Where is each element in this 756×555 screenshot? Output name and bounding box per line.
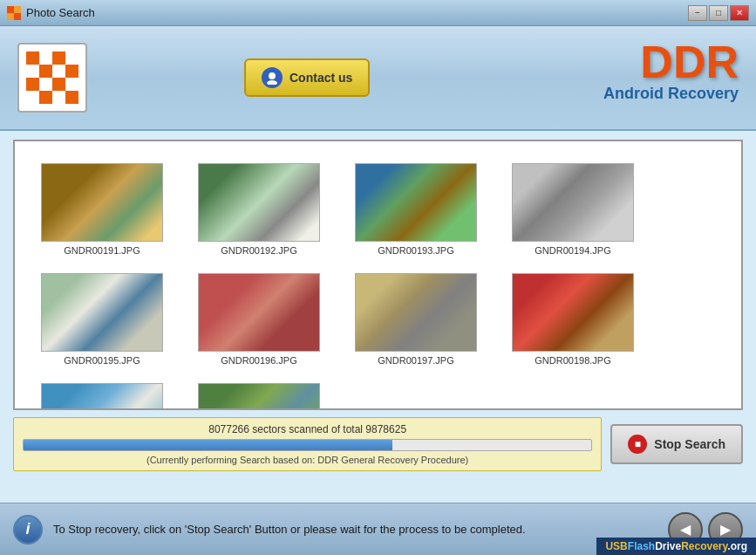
- contact-icon: [262, 67, 283, 88]
- maximize-button[interactable]: □: [709, 5, 728, 21]
- chess-cell: [39, 65, 52, 78]
- photo-label: GNDR00197.JPG: [351, 355, 481, 366]
- svg-point-4: [269, 72, 276, 79]
- photo-thumbnail: [198, 273, 320, 352]
- window-controls: − □ ✕: [688, 5, 749, 21]
- photo-label: GNDR00192.JPG: [194, 245, 324, 256]
- window-title: Photo Search: [26, 6, 95, 19]
- chess-cell: [26, 51, 39, 65]
- chess-cell: [26, 78, 39, 91]
- photo-label: GNDR00196.JPG: [194, 355, 324, 366]
- chess-cell: [52, 51, 65, 65]
- photo-thumbnail: [512, 163, 634, 242]
- photo-label: GNDR00191.JPG: [37, 245, 167, 256]
- close-button[interactable]: ✕: [730, 5, 749, 21]
- progress-box: 8077266 sectors scanned of total 9878625…: [13, 417, 602, 471]
- header: Contact us DDR Android Recovery: [0, 26, 756, 131]
- bottom-message: To Stop recovery, click on 'Stop Search'…: [53, 523, 668, 536]
- photo-item[interactable]: GNDR00200.JPG: [194, 383, 324, 410]
- photo-item[interactable]: GNDR00191.JPG: [37, 163, 167, 256]
- photo-thumbnail: [41, 383, 163, 410]
- stop-search-button[interactable]: ■ Stop Search: [610, 424, 743, 464]
- main-content: GNDR00191.JPGGNDR00192.JPGGNDR00193.JPGG…: [0, 131, 756, 503]
- app-icon: [7, 6, 21, 20]
- ddr-brand: DDR Android Recovery: [603, 39, 739, 103]
- sectors-text: 8077266 sectors scanned of total 9878625: [23, 423, 592, 435]
- gallery-container[interactable]: GNDR00191.JPGGNDR00192.JPGGNDR00193.JPGG…: [13, 140, 743, 410]
- photo-thumbnail: [41, 273, 163, 352]
- svg-rect-3: [14, 13, 21, 20]
- progress-bar-fill: [24, 440, 392, 450]
- progress-area: 8077266 sectors scanned of total 9878625…: [13, 417, 743, 471]
- chess-cell: [65, 78, 78, 91]
- photo-label: GNDR00193.JPG: [351, 245, 481, 256]
- chess-cell: [52, 78, 65, 91]
- flash-text: Flash: [628, 540, 655, 552]
- titlebar-left: Photo Search: [7, 6, 95, 20]
- chess-cell: [39, 78, 52, 91]
- chess-cell: [52, 65, 65, 78]
- contact-label: Contact us: [289, 71, 352, 85]
- logo-chess-pattern: [26, 51, 78, 104]
- logo-box: [17, 43, 87, 113]
- photo-thumbnail: [355, 163, 477, 242]
- usb-brand: USBFlashDriveRecovery.org: [596, 538, 756, 555]
- contact-us-button[interactable]: Contact us: [244, 58, 370, 97]
- info-icon: i: [13, 515, 43, 545]
- chess-cell: [65, 65, 78, 78]
- photo-label: GNDR00198.JPG: [507, 355, 638, 366]
- progress-subtext: (Currently performing Search based on: D…: [23, 455, 592, 465]
- chess-cell: [52, 91, 65, 104]
- photo-thumbnail: [41, 163, 163, 242]
- chess-cell: [26, 91, 39, 104]
- photo-thumbnail: [512, 273, 634, 352]
- photo-item[interactable]: GNDR00193.JPG: [351, 163, 481, 256]
- chess-cell: [65, 51, 78, 65]
- photo-thumbnail: [198, 383, 320, 410]
- drive-text: Drive: [655, 540, 681, 552]
- photo-thumbnail: [355, 273, 477, 352]
- recovery-text: Recovery: [681, 540, 727, 552]
- svg-rect-0: [7, 6, 14, 13]
- photo-item[interactable]: GNDR00194.JPG: [507, 163, 638, 256]
- photo-thumbnail: [198, 163, 320, 242]
- chess-cell: [65, 91, 78, 104]
- photo-label: GNDR00195.JPG: [37, 355, 167, 366]
- photo-item[interactable]: GNDR00196.JPG: [194, 273, 324, 366]
- chess-cell: [39, 91, 52, 104]
- svg-point-5: [267, 80, 277, 85]
- photo-item[interactable]: GNDR00199.JPG: [37, 383, 167, 410]
- photo-label: GNDR00194.JPG: [507, 245, 638, 256]
- photo-item[interactable]: GNDR00195.JPG: [37, 273, 167, 366]
- stop-icon: ■: [628, 435, 647, 454]
- usb-text: USB: [605, 540, 627, 552]
- svg-rect-1: [14, 6, 21, 13]
- gallery-grid: GNDR00191.JPGGNDR00192.JPGGNDR00193.JPGG…: [15, 141, 741, 410]
- photo-item[interactable]: GNDR00197.JPG: [351, 273, 481, 366]
- ddr-text: DDR: [603, 39, 739, 85]
- svg-rect-2: [7, 13, 14, 20]
- photo-item[interactable]: GNDR00192.JPG: [194, 163, 324, 256]
- titlebar: Photo Search − □ ✕: [0, 0, 756, 26]
- minimize-button[interactable]: −: [688, 5, 707, 21]
- brand-subtitle: Android Recovery: [603, 85, 739, 103]
- bottom-bar: i To Stop recovery, click on 'Stop Searc…: [0, 503, 756, 555]
- stop-search-label: Stop Search: [654, 437, 725, 451]
- chess-cell: [26, 65, 39, 78]
- chess-cell: [39, 51, 52, 65]
- domain-text: .org: [727, 540, 747, 552]
- photo-item[interactable]: GNDR00198.JPG: [507, 273, 638, 366]
- progress-bar: [23, 439, 592, 451]
